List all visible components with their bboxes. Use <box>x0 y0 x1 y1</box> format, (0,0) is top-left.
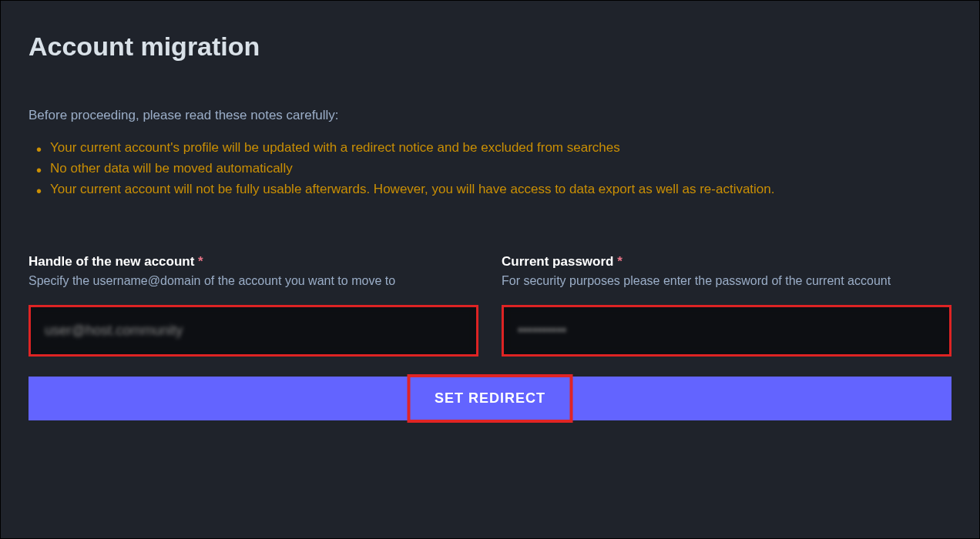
handle-hint: Specify the username@domain of the accou… <box>29 274 478 288</box>
required-marker: * <box>198 254 203 269</box>
notes-list: Your current account's profile will be u… <box>29 137 951 200</box>
list-item: Your current account's profile will be u… <box>50 137 951 158</box>
password-label: Current password * <box>502 254 951 270</box>
list-item: Your current account will not be fully u… <box>50 179 951 199</box>
submit-container: SET REDIRECT <box>29 377 951 420</box>
handle-group: Handle of the new account * Specify the … <box>29 254 478 357</box>
form-row: Handle of the new account * Specify the … <box>29 254 951 357</box>
password-group: Current password * For security purposes… <box>502 254 951 357</box>
password-hint: For security purposes please enter the p… <box>502 274 951 288</box>
intro-text: Before proceeding, please read these not… <box>29 108 951 123</box>
required-marker: * <box>617 254 623 269</box>
handle-input[interactable] <box>34 310 473 351</box>
handle-input-highlight <box>29 305 478 357</box>
list-item: No other data will be moved automaticall… <box>50 158 951 179</box>
password-input[interactable] <box>507 310 946 351</box>
password-input-highlight <box>502 305 951 357</box>
handle-label: Handle of the new account * <box>29 254 478 270</box>
page-title: Account migration <box>29 32 951 62</box>
set-redirect-button[interactable]: SET REDIRECT <box>29 377 951 420</box>
